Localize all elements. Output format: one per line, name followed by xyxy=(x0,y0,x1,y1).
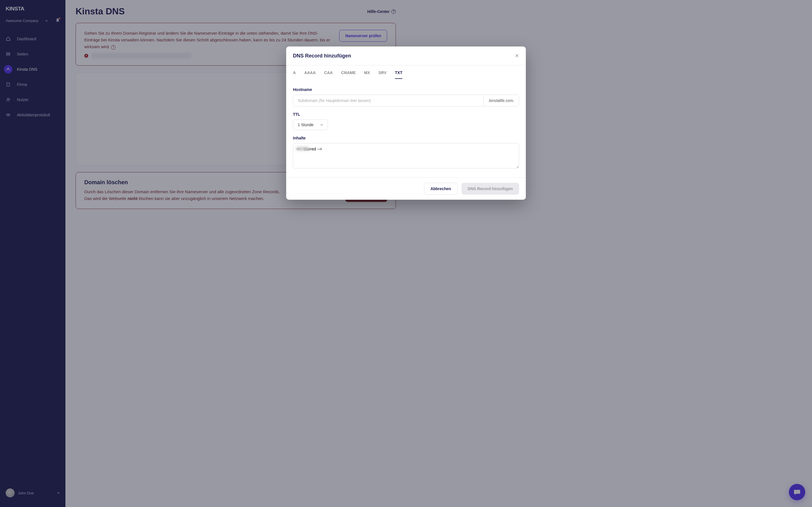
ttl-value: 1 Stunde xyxy=(298,122,313,127)
ttl-select[interactable]: 1 Stunde xyxy=(293,119,328,130)
modal-overlay[interactable]: DNS Record hinzufügen ✕ A AAAA CAA CNAME… xyxy=(0,0,406,253)
tab-srv[interactable]: SRV xyxy=(378,70,387,79)
chevron-down-icon xyxy=(320,124,323,126)
record-type-tabs: A AAAA CAA CNAME MX SRV TXT xyxy=(286,65,406,79)
modal-title: DNS Record hinzufügen xyxy=(293,53,351,59)
tab-aaaa[interactable]: AAAA xyxy=(304,70,315,79)
tab-caa[interactable]: CAA xyxy=(324,70,333,79)
hostname-label: Hostname xyxy=(293,87,406,92)
content-label: Inhalte xyxy=(293,136,406,140)
content-textarea[interactable]: <!-- blurred --> xyxy=(293,143,406,168)
tab-cname[interactable]: CNAME xyxy=(341,70,356,79)
hostname-input[interactable] xyxy=(293,95,406,106)
tab-mx[interactable]: MX xyxy=(364,70,370,79)
add-dns-record-modal: DNS Record hinzufügen ✕ A AAAA CAA CNAME… xyxy=(286,47,406,200)
tab-a[interactable]: A xyxy=(293,70,296,79)
ttl-label: TTL xyxy=(293,112,406,117)
tab-txt[interactable]: TXT xyxy=(395,70,402,79)
